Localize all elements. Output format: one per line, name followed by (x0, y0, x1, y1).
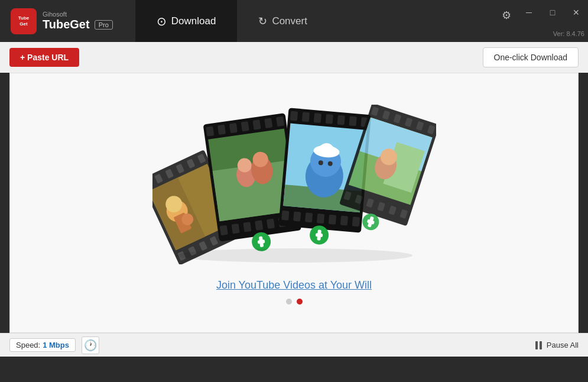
svg-rect-36 (255, 220, 263, 231)
speed-label: Speed: (16, 341, 40, 349)
settings-button[interactable]: ⚙ (496, 5, 517, 26)
tab-convert-label: Convert (272, 15, 307, 27)
speed-display: Speed: 1 Mbps (9, 338, 76, 352)
svg-rect-26 (276, 116, 284, 127)
svg-rect-34 (231, 223, 239, 234)
maximize-button[interactable]: □ (541, 4, 564, 21)
settings-icon: ⚙ (502, 9, 511, 22)
svg-rect-33 (219, 225, 228, 235)
paste-url-button[interactable]: + Paste URL (9, 48, 79, 67)
svg-rect-59 (293, 211, 301, 221)
film-strip-container (10, 102, 578, 267)
svg-rect-61 (316, 213, 324, 224)
svg-rect-35 (243, 222, 251, 232)
svg-rect-63 (340, 215, 347, 225)
film-strip-visual (152, 105, 436, 264)
svg-rect-37 (266, 218, 274, 229)
tab-convert[interactable]: ↻ Convert (237, 0, 329, 42)
svg-rect-25 (264, 118, 272, 128)
svg-rect-21 (217, 124, 226, 135)
history-button[interactable]: 🕐 (82, 336, 99, 354)
svg-rect-24 (252, 119, 261, 130)
svg-rect-48 (337, 115, 345, 125)
svg-rect-20 (206, 126, 214, 137)
maximize-icon: □ (550, 8, 555, 17)
caption-link[interactable]: Join YouTube Videos at Your Will (216, 279, 372, 292)
svg-rect-46 (313, 113, 321, 123)
logo-area: Tube Get Gihosoft TubeGet Pro (0, 8, 124, 34)
svg-rect-58 (281, 210, 289, 220)
carousel-dot-1[interactable] (286, 299, 292, 305)
app-logo: Tube Get (11, 8, 37, 34)
svg-rect-62 (328, 214, 336, 224)
one-click-download-button[interactable]: One-click Download (483, 47, 579, 67)
svg-rect-60 (304, 212, 312, 222)
tab-download-label: Download (171, 15, 216, 27)
svg-rect-47 (325, 114, 333, 124)
company-name: Gihosoft (43, 11, 113, 18)
window-controls: ─ □ ✕ (517, 0, 588, 21)
pause-bar-left (535, 341, 538, 349)
history-icon: 🕐 (84, 339, 97, 352)
carousel-dot-2[interactable] (297, 299, 303, 305)
titlebar: Tube Get Gihosoft TubeGet Pro ⊙ Download… (0, 0, 588, 42)
close-icon: ✕ (573, 8, 580, 17)
nav-tabs: ⊙ Download ↻ Convert (135, 0, 329, 42)
left-status: Speed: 1 Mbps 🕐 (9, 336, 99, 354)
svg-rect-49 (349, 116, 356, 126)
carousel-dots (286, 299, 303, 305)
pause-all-label: Pause All (547, 341, 579, 349)
svg-point-89 (176, 248, 412, 263)
svg-rect-64 (352, 216, 359, 226)
app-name-area: TubeGet Pro (43, 18, 113, 31)
close-button[interactable]: ✕ (564, 4, 588, 21)
svg-rect-22 (229, 122, 237, 133)
minimize-icon: ─ (526, 8, 532, 17)
minimize-button[interactable]: ─ (517, 4, 541, 21)
app-name: TubeGet (43, 18, 90, 31)
toolbar: + Paste URL One-click Download (0, 42, 588, 73)
version-label: Ver: 8.4.76 (553, 30, 584, 37)
pause-bar-right (540, 341, 542, 349)
main-content-area: Join YouTube Videos at Your Will (9, 73, 579, 333)
download-circle-icon: ⊙ (157, 14, 167, 28)
speed-value: 1 Mbps (43, 341, 69, 349)
pro-badge: Pro (95, 20, 113, 30)
svg-rect-44 (290, 111, 297, 121)
svg-rect-23 (241, 121, 249, 131)
statusbar: Speed: 1 Mbps 🕐 Pause All (0, 333, 588, 357)
tab-download[interactable]: ⊙ Download (135, 0, 238, 42)
pause-all-button[interactable]: Pause All (535, 341, 579, 349)
convert-circle-icon: ↻ (258, 15, 267, 28)
logo-text: Gihosoft TubeGet Pro (43, 11, 113, 31)
pause-icon (535, 341, 542, 349)
svg-rect-45 (301, 112, 309, 122)
